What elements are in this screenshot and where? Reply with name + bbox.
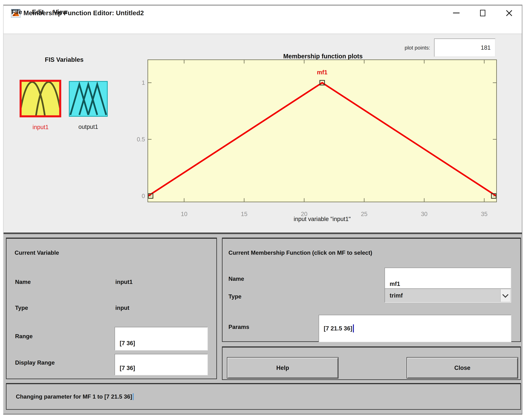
mf-params-input[interactable]: [7 21.5 36] [318, 315, 511, 342]
x-tick-label: 30 [413, 211, 435, 218]
close-dialog-button[interactable]: Close [406, 357, 518, 378]
mf-type-value: trimf [390, 292, 403, 299]
plot-points-input[interactable]: 181 [434, 39, 495, 57]
variable-type-value: input [115, 305, 129, 311]
membership-curves-icon [22, 82, 59, 115]
range-input[interactable]: [7 36] [115, 327, 208, 350]
mf-curve [148, 83, 496, 196]
text-cursor [353, 324, 354, 333]
current-mf-header: Current Membership Function (click on MF… [229, 250, 372, 256]
current-variable-panel: Current Variable Name input1 Type input … [6, 238, 217, 379]
minimize-button[interactable] [447, 6, 465, 20]
section-divider [4, 232, 522, 234]
menu-item-file[interactable]: File [11, 6, 26, 19]
x-tick-label: 10 [173, 211, 195, 218]
actions-panel: Help Close [222, 346, 521, 380]
fis-variables-title: FIS Variables [32, 56, 97, 63]
status-cursor [133, 393, 134, 400]
current-variable-header: Current Variable [15, 250, 59, 256]
maximize-button[interactable] [474, 6, 492, 20]
dropdown-chevron-box[interactable] [500, 289, 510, 302]
page: Membership Function Editor: Untitled2 Fi… [0, 0, 527, 420]
mf-curve-label[interactable]: mf1 [310, 69, 335, 76]
range-label: Range [15, 333, 33, 340]
display-range-input[interactable]: [7 36] [115, 354, 208, 375]
menu-item-view[interactable]: View [53, 6, 70, 19]
mf-type-dropdown[interactable]: trimf [384, 288, 511, 303]
fis-variable-input1[interactable] [20, 80, 61, 117]
mf-params-label: Params [229, 324, 249, 330]
display-range-label: Display Range [15, 359, 55, 366]
current-mf-panel: Current Membership Function (click on MF… [222, 238, 521, 342]
x-tick-label: 15 [233, 211, 255, 218]
y-tick-label: 1 [122, 79, 145, 86]
maximize-icon [480, 10, 485, 16]
menu-bar [4, 20, 522, 34]
menu-item-edit[interactable]: Edit [32, 6, 47, 19]
mf-name-label: Name [229, 276, 244, 282]
membership-triangles-icon [70, 82, 107, 116]
x-axis-label: input variable "input1" [268, 216, 377, 222]
mf-type-label: Type [229, 293, 242, 300]
fis-variable-output1[interactable] [69, 81, 108, 117]
plot-title: Membership function plots [275, 53, 371, 60]
app-window: Membership Function Editor: Untitled2 Fi… [3, 5, 522, 415]
variable-name-label: Name [15, 279, 31, 285]
close-icon [505, 9, 513, 17]
status-message: Changing parameter for MF 1 to [7 21.5 3… [16, 393, 132, 400]
y-tick-label: 0 [122, 193, 145, 200]
minimize-icon [453, 12, 460, 13]
plot-points-label: plot points: [381, 44, 430, 51]
membership-plot[interactable] [147, 59, 497, 202]
y-tick-label: 0.5 [122, 136, 145, 143]
variable-type-label: Type [15, 305, 28, 311]
mf-params-value: [7 21.5 36] [324, 325, 352, 332]
fis-variable-output1-label: output1 [72, 124, 105, 130]
chevron-down-icon [502, 292, 508, 298]
variable-name-value: input1 [115, 279, 132, 285]
mf-name-input[interactable]: mf1 [384, 268, 511, 291]
fis-variable-input1-label: input1 [24, 124, 57, 131]
help-button[interactable]: Help [227, 357, 339, 378]
status-panel: Changing parameter for MF 1 to [7 21.5 3… [6, 383, 521, 410]
x-tick-label: 35 [473, 211, 495, 218]
close-button[interactable] [500, 6, 518, 20]
